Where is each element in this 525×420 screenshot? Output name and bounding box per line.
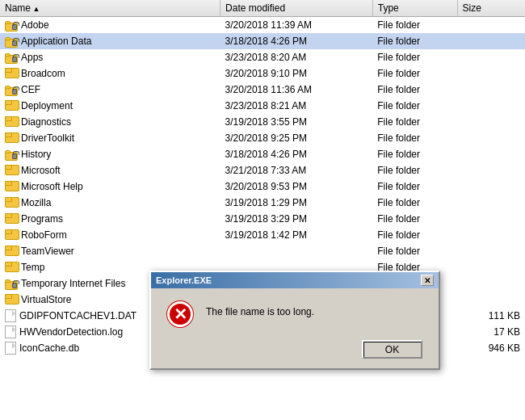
dialog-overlay: Explorer.EXE ✕ ✕ The file name is too lo… bbox=[0, 0, 525, 420]
dialog-message: The file name is too long. bbox=[206, 301, 314, 317]
dialog-body: ✕ The file name is too long. bbox=[151, 288, 439, 337]
ok-button[interactable]: OK bbox=[362, 340, 422, 359]
error-icon: ✕ bbox=[167, 301, 193, 327]
dialog-buttons: OK bbox=[151, 337, 439, 368]
dialog-title: Explorer.EXE bbox=[156, 275, 212, 285]
dialog-close-button[interactable]: ✕ bbox=[421, 275, 434, 286]
error-dialog: Explorer.EXE ✕ ✕ The file name is too lo… bbox=[149, 271, 440, 370]
dialog-titlebar: Explorer.EXE ✕ bbox=[151, 272, 439, 288]
